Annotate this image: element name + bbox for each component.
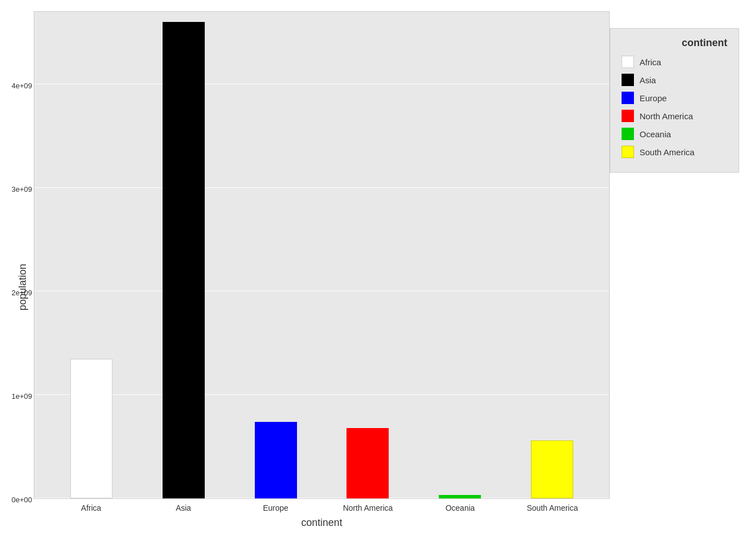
x-tick-label: Africa xyxy=(45,503,137,512)
bar-group xyxy=(138,12,230,498)
bar-africa xyxy=(70,359,112,498)
y-tick-label: 1e+09 xyxy=(0,392,32,400)
legend-label: Africa xyxy=(640,57,661,67)
legend-title: continent xyxy=(622,37,727,49)
bar-north-america xyxy=(346,428,389,498)
legend: continentAfricaAsiaEuropeNorth AmericaOc… xyxy=(610,28,739,173)
legend-item: North America xyxy=(622,110,727,122)
x-axis-labels: AfricaAsiaEuropeNorth AmericaOceaniaSout… xyxy=(34,503,610,512)
legend-swatch xyxy=(622,110,634,122)
bar-oceania xyxy=(439,495,481,498)
legend-swatch xyxy=(622,74,634,86)
x-tick-label: Europe xyxy=(230,503,322,512)
legend-swatch xyxy=(622,56,634,68)
legend-item: Africa xyxy=(622,56,727,68)
x-axis-title: continent xyxy=(34,517,610,529)
y-tick-label: 3e+09 xyxy=(0,185,32,194)
chart-area: population 0e+001e+092e+093e+094e+09 Afr… xyxy=(11,11,610,529)
bar-group xyxy=(322,12,414,498)
x-tick-label: North America xyxy=(322,503,414,512)
legend-item: Europe xyxy=(622,92,727,104)
legend-label: South America xyxy=(640,147,695,157)
plot-area: 0e+001e+092e+093e+094e+09 AfricaAsiaEuro… xyxy=(34,11,610,529)
bars-container xyxy=(34,12,609,498)
bar-group xyxy=(46,12,138,498)
legend-swatch xyxy=(622,146,634,158)
chart-wrapper: population 0e+001e+092e+093e+094e+09 Afr… xyxy=(11,11,745,529)
bar-asia xyxy=(163,22,205,498)
legend-label: Asia xyxy=(640,75,656,85)
legend-item: Oceania xyxy=(622,128,727,140)
x-tick-label: Oceania xyxy=(414,503,506,512)
legend-label: Oceania xyxy=(640,129,671,139)
legend-item: Asia xyxy=(622,74,727,86)
grid-and-bars: 0e+001e+092e+093e+094e+09 xyxy=(34,11,610,499)
legend-item: South America xyxy=(622,146,727,158)
y-tick-label: 4e+09 xyxy=(0,82,32,90)
bar-group xyxy=(506,12,598,498)
bar-group xyxy=(414,12,506,498)
bar-europe xyxy=(255,422,297,498)
chart-inner: population 0e+001e+092e+093e+094e+09 Afr… xyxy=(11,11,610,529)
x-tick-label: Asia xyxy=(137,503,230,512)
legend-label: North America xyxy=(640,111,693,121)
legend-swatch xyxy=(622,128,634,140)
legend-swatch xyxy=(622,92,634,104)
chart-container: population 0e+001e+092e+093e+094e+09 Afr… xyxy=(0,0,756,540)
legend-label: Europe xyxy=(640,93,667,103)
bar-south-america xyxy=(531,440,573,498)
y-tick-label: 0e+00 xyxy=(0,496,32,504)
bar-group xyxy=(230,12,322,498)
x-tick-label: South America xyxy=(506,503,598,512)
y-tick-label: 2e+09 xyxy=(0,289,32,297)
